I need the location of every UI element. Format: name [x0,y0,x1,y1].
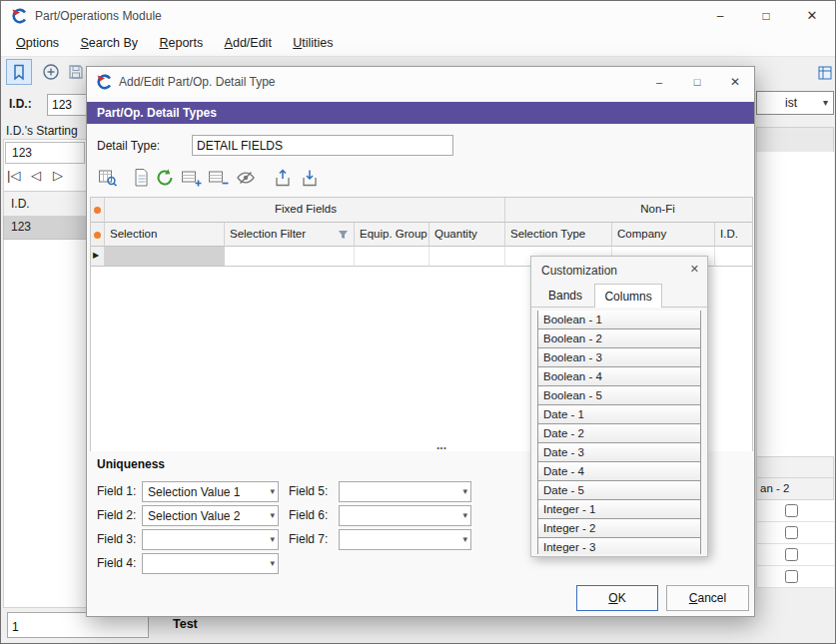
list-item[interactable]: Boolean - 2 [537,328,701,348]
checkbox[interactable] [785,570,798,583]
cancel-button[interactable]: Cancel [666,585,749,611]
record-next-button[interactable]: ▷ [53,168,63,183]
table-row [756,566,834,588]
list-item[interactable]: Boolean - 3 [537,347,701,367]
chevron-down-icon: ▾ [270,534,275,544]
field-1-combo[interactable]: Selection Value 1▾ [142,481,279,502]
left-grid-row[interactable]: 123 [3,216,89,240]
export-button[interactable] [271,166,295,190]
menu-add-edit[interactable]: Add/Edit [216,31,281,57]
list-item[interactable]: Integer - 2 [537,518,701,538]
bookmark-button[interactable] [6,59,32,85]
band-non-fixed-fields[interactable]: Non-Fi [505,198,753,223]
toolbar-right-button[interactable] [812,60,836,86]
dialog-close-button[interactable]: ✕ [716,67,754,97]
field-4-combo[interactable]: ▾ [142,553,279,574]
grid-search-button[interactable] [96,166,120,190]
menu-options[interactable]: Options [7,31,68,57]
record-prev-button[interactable]: ◁ [31,168,41,183]
right-grid-column-header[interactable]: an - 2 [756,477,834,500]
field-7-label: Field 7: [289,532,328,546]
tab-columns[interactable]: Columns [594,284,661,308]
list-item[interactable]: Boolean - 5 [537,385,701,405]
right-grid-band [756,456,834,478]
table-row [756,500,834,522]
header-indicator-cell [91,223,105,247]
field-2-label: Field 2: [97,508,136,522]
detail-type-input[interactable] [192,135,453,156]
checkbox[interactable] [785,504,798,517]
column-header-selection-filter[interactable]: Selection Filter [225,223,355,247]
band-indicator-cell [91,198,105,223]
dialog-titlebar: Add/Edit Part/Op. Detail Type – □ ✕ [87,67,754,97]
checkbox[interactable] [785,548,798,561]
column-header-label: Selection Filter [230,228,306,240]
field-6-combo[interactable]: ▾ [339,505,471,526]
list-item[interactable]: Integer - 3 [537,537,701,554]
window-controls: – □ ✕ [697,1,835,31]
list-item[interactable]: Boolean - 1 [537,311,701,329]
document-icon [132,168,150,188]
list-item[interactable]: Date - 4 [537,461,701,481]
column-header-quantity[interactable]: Quantity [429,223,505,247]
close-icon[interactable]: ✕ [690,263,699,276]
dialog-minimize-button[interactable]: – [640,67,678,97]
field-1-label: Field 1: [97,484,136,498]
field-3-combo[interactable]: ▾ [142,529,279,550]
ok-button[interactable]: OK [576,585,658,611]
field-2-combo[interactable]: Selection Value 2▾ [142,505,279,526]
field-7-combo[interactable]: ▾ [339,529,471,550]
ids-starting-label: I.D.'s Starting [6,124,78,138]
list-item[interactable]: Boolean - 4 [537,366,701,386]
app-icon [96,74,112,93]
menu-search-by[interactable]: Search By [71,31,147,57]
chevron-down-icon: ▾ [823,97,828,108]
column-header-id[interactable]: I.D. [715,223,753,247]
ids-starting-value[interactable]: 123 [5,142,85,164]
list-item[interactable]: Date - 3 [537,442,701,462]
view-combo-value: ist [785,96,797,110]
dialog-maximize-button[interactable]: □ [678,67,716,97]
field-5-combo[interactable]: ▾ [339,481,471,502]
table-row [756,522,834,544]
column-header-selection-type[interactable]: Selection Type [505,223,612,247]
column-header-selection[interactable]: Selection [105,223,225,247]
print-preview-button[interactable] [129,166,153,190]
band-fixed-fields[interactable]: Fixed Fields [105,198,505,223]
checkbox[interactable] [785,526,798,539]
field-1-value: Selection Value 1 [148,485,241,499]
filter-icon[interactable] [338,230,349,242]
import-icon [300,168,320,188]
list-item[interactable]: Date - 5 [537,480,701,500]
menu-reports[interactable]: Reports [150,31,212,57]
chevron-down-icon: ▾ [270,558,275,568]
delete-row-button[interactable] [206,166,230,190]
column-header-equip-group[interactable]: Equip. Group [355,223,429,247]
list-item[interactable]: Date - 2 [537,423,701,443]
refresh-button[interactable] [153,166,177,190]
hide-column-button[interactable] [234,166,258,190]
view-combo[interactable]: ist ▾ [756,91,834,115]
left-grid-header[interactable]: I.D. [3,191,89,217]
field-5-label: Field 5: [289,484,328,498]
add-record-button[interactable] [38,59,64,85]
cell-quantity[interactable] [429,247,505,267]
cell-equip-group[interactable] [355,247,429,267]
close-button[interactable]: ✕ [789,1,835,31]
menu-utilities[interactable]: Utilities [284,31,342,57]
tab-bands[interactable]: Bands [539,284,591,308]
maximize-button[interactable]: □ [743,1,789,31]
customization-title: Customization [541,264,617,278]
list-item[interactable]: Integer - 1 [537,499,701,519]
eye-slash-icon [236,168,256,188]
cell-selection[interactable] [105,247,225,267]
minimize-button[interactable]: – [697,1,743,31]
column-header-company[interactable]: Company [612,223,715,247]
cell-selection-filter[interactable] [225,247,355,267]
cell-id[interactable] [715,247,753,267]
id-input[interactable] [47,94,89,116]
list-item[interactable]: Date - 1 [537,404,701,424]
record-first-button[interactable]: |◁ [7,168,20,183]
import-button[interactable] [298,166,322,190]
add-row-button[interactable] [179,166,203,190]
